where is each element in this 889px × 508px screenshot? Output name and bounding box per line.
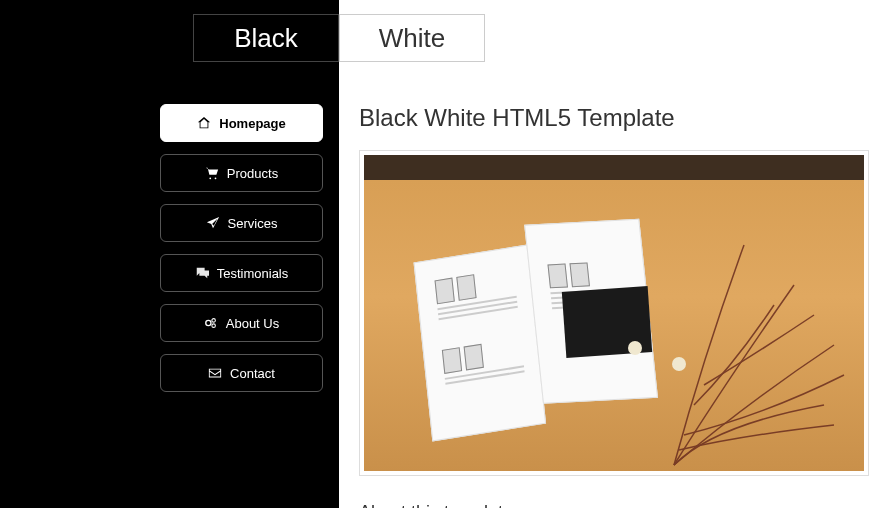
paper-plane-icon — [206, 216, 220, 230]
branch-illustration — [644, 205, 864, 471]
page-title: Black White HTML5 Template — [359, 104, 869, 132]
cogs-icon — [204, 316, 218, 330]
cart-icon — [205, 166, 219, 180]
section-subtitle: About this template — [359, 502, 869, 508]
nav-label: Contact — [230, 366, 275, 381]
nav-contact[interactable]: Contact — [160, 354, 323, 392]
svg-point-1 — [212, 319, 216, 323]
svg-point-2 — [212, 324, 216, 328]
nav-products[interactable]: Products — [160, 154, 323, 192]
logo-black: Black — [193, 14, 339, 62]
home-icon — [197, 116, 211, 130]
logo: Black White — [193, 14, 485, 62]
envelope-icon — [208, 366, 222, 380]
nav-label: Testimonials — [217, 266, 289, 281]
nav-label: About Us — [226, 316, 279, 331]
nav-testimonials[interactable]: Testimonials — [160, 254, 323, 292]
flower-illustration — [628, 341, 642, 355]
main-nav: Homepage Products Services Testimonials … — [160, 104, 323, 404]
nav-label: Homepage — [219, 116, 285, 131]
nav-label: Products — [227, 166, 278, 181]
sidebar: Homepage Products Services Testimonials … — [0, 0, 339, 508]
svg-point-0 — [206, 320, 211, 325]
comments-icon — [195, 266, 209, 280]
logo-white: White — [339, 14, 485, 62]
nav-label: Services — [228, 216, 278, 231]
nav-about[interactable]: About Us — [160, 304, 323, 342]
hero-image — [359, 150, 869, 476]
nav-services[interactable]: Services — [160, 204, 323, 242]
main-content: Black White HTML5 Template — [339, 0, 889, 508]
nav-homepage[interactable]: Homepage — [160, 104, 323, 142]
